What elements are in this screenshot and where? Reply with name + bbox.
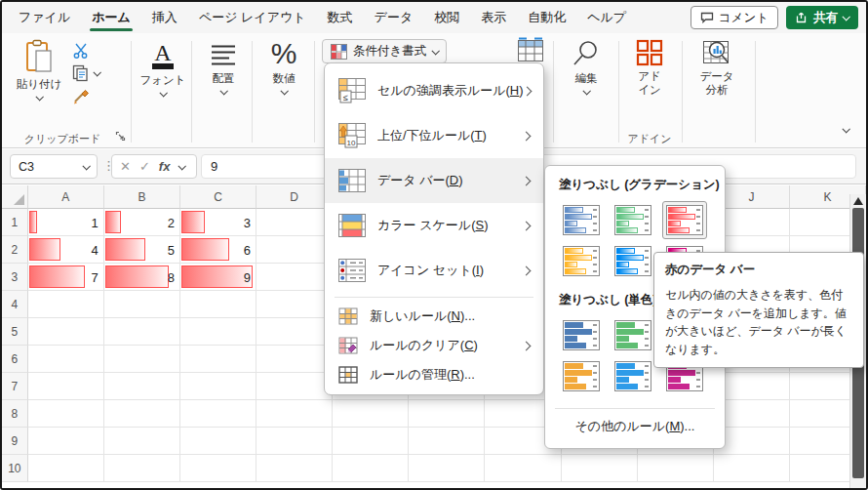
cell-B7[interactable] [104,373,180,400]
tab-view[interactable]: 表示 [470,2,517,33]
copy-button[interactable] [72,64,99,82]
format-as-table-button[interactable] [517,37,544,62]
cell-E10[interactable] [333,455,409,482]
cell-D7[interactable] [256,373,333,400]
cell-B2[interactable]: 5 [104,236,180,264]
cell-F8[interactable] [409,400,485,428]
column-header-B[interactable]: B [104,185,180,209]
tab-insert[interactable]: 挿入 [141,2,188,33]
green-solid-data-bar[interactable] [611,316,655,354]
comments-button[interactable]: コメント [690,6,778,29]
cell-H10[interactable] [562,455,638,482]
data-analysis-button[interactable]: データ分析 [689,39,745,98]
select-all-corner[interactable] [2,185,28,209]
cell-E8[interactable] [333,400,409,428]
cell-C7[interactable] [180,373,256,400]
orange-solid-data-bar[interactable] [559,357,604,395]
row-header-6[interactable]: 6 [2,346,28,373]
menu-item-color-scales[interactable]: カラー スケール(S) [325,203,543,248]
row-header-8[interactable]: 8 [2,400,28,428]
cell-B4[interactable] [104,291,180,318]
lightblue-gradient-data-bar[interactable] [611,242,655,280]
clipboard-dialog-launcher[interactable] [115,131,126,142]
menu-item-data-bars[interactable]: データ バー(D) [325,158,543,203]
cell-B1[interactable]: 2 [104,209,180,236]
cell-C4[interactable] [180,291,256,318]
tab-review[interactable]: 校閲 [423,2,470,33]
menu-item-new-rule[interactable]: 新しいルール(N)... [325,302,543,331]
tab-help[interactable]: ヘルプ [576,2,637,33]
green-gradient-data-bar[interactable] [611,201,655,239]
cell-A10[interactable] [28,455,104,482]
cell-D6[interactable] [256,346,333,373]
cell-D4[interactable] [256,291,333,318]
row-header-7[interactable]: 7 [2,373,28,400]
cell-D8[interactable] [256,400,333,428]
cell-D9[interactable] [256,428,333,455]
cell-B8[interactable] [104,400,180,428]
blue-solid-data-bar[interactable] [559,316,604,354]
row-header-1[interactable]: 1 [2,209,28,236]
cell-D2[interactable] [256,236,333,264]
insert-function-button[interactable]: fx [159,159,171,174]
menu-item-clear-rules[interactable]: ルールのクリア(C) [325,331,543,360]
cell-G10[interactable] [485,455,561,482]
number-group-button[interactable]: % 数値 [257,39,310,95]
format-painter-button[interactable] [72,88,90,105]
cell-A6[interactable] [28,346,104,373]
cell-J10[interactable] [714,455,790,482]
orange-gradient-data-bar[interactable] [559,242,604,280]
lightblue-solid-data-bar[interactable] [611,357,655,395]
cell-C3[interactable]: 9 [180,264,256,291]
cell-D5[interactable] [256,318,333,346]
cell-A4[interactable] [28,291,104,318]
cell-F9[interactable] [409,428,485,455]
cell-D10[interactable] [256,455,333,482]
cell-B5[interactable] [104,318,180,346]
cell-B3[interactable]: 8 [104,264,180,291]
cell-E9[interactable] [333,428,409,455]
cell-A5[interactable] [28,318,104,346]
cell-A1[interactable]: 1 [28,209,104,236]
menu-item-top-bottom-rules[interactable]: 10 上位/下位ルール(T) [325,113,543,158]
cell-D3[interactable] [256,264,333,291]
cell-B10[interactable] [104,455,180,482]
tab-automate[interactable]: 自動化 [517,2,576,33]
cancel-icon[interactable]: ✕ [120,159,131,174]
cell-B6[interactable] [104,346,180,373]
column-header-D[interactable]: D [256,185,333,209]
row-header-4[interactable]: 4 [2,291,28,318]
cell-C6[interactable] [180,346,256,373]
column-header-C[interactable]: C [180,185,256,209]
scroll-up-icon[interactable] [853,197,863,205]
tab-page-layout[interactable]: ページ レイアウト [188,2,317,33]
paste-button[interactable]: 貼り付け [12,39,66,101]
addins-button[interactable]: アドイン [624,39,675,98]
name-box[interactable]: C3 [10,154,98,179]
cell-A8[interactable] [28,400,104,428]
cell-C9[interactable] [180,428,256,455]
row-header-3[interactable]: 3 [2,264,28,291]
cell-A3[interactable]: 7 [28,264,104,291]
row-header-9[interactable]: 9 [2,428,28,455]
font-group-button[interactable]: A フォント [137,41,189,97]
cell-C10[interactable] [180,455,256,482]
row-header-10[interactable]: 10 [2,455,28,482]
collapse-ribbon-icon[interactable] [842,125,849,133]
share-button[interactable]: 共有 [786,6,858,29]
cell-D1[interactable] [256,209,333,236]
tab-formulas[interactable]: 数式 [317,2,364,33]
row-header-2[interactable]: 2 [2,236,28,264]
cell-A2[interactable]: 4 [28,236,104,264]
menu-item-icon-sets[interactable]: アイコン セット(I) [325,248,543,293]
menu-item-highlight-cells-rules[interactable]: ≤ セルの強調表示ルール(H) [325,68,543,113]
cut-button[interactable] [72,43,90,59]
row-header-5[interactable]: 5 [2,318,28,346]
cell-A7[interactable] [28,373,104,400]
column-header-A[interactable]: A [28,185,104,209]
cell-I10[interactable] [638,455,714,482]
cell-C8[interactable] [180,400,256,428]
red-gradient-data-bar[interactable] [662,201,707,239]
conditional-formatting-button[interactable]: 条件付き書式 [322,39,447,63]
cell-C2[interactable]: 6 [180,236,256,264]
